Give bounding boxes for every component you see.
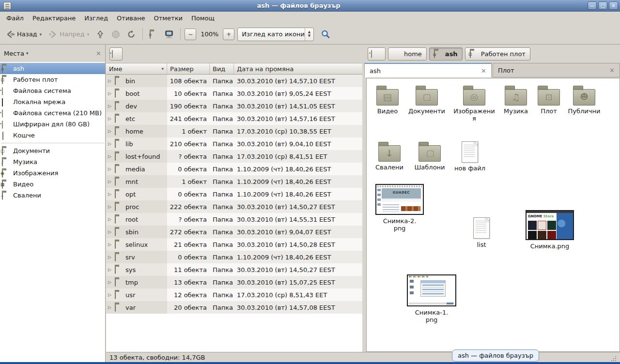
table-row[interactable]: ▷ boot 10 обекта Папка 30.03.2010 (вт) 9…	[106, 87, 362, 100]
folder-item[interactable]: Документи	[406, 84, 448, 115]
sidebar-item[interactable]: Видео	[0, 179, 105, 190]
tab-close-icon[interactable]: ✕	[609, 67, 615, 74]
path-button[interactable]: Работен плот	[465, 47, 530, 61]
menu-item[interactable]: Отиване	[112, 13, 149, 23]
expander-icon[interactable]: ▷	[108, 91, 113, 96]
back-dropdown-icon[interactable]: ▾	[40, 32, 42, 37]
table-row[interactable]: ▷ tmp 13 обекта Папка 30.03.2010 (вт) 15…	[106, 276, 362, 288]
table-row[interactable]: ▷ sbin 272 обекта Папка 30.03.2010 (вт) …	[106, 226, 362, 238]
folder-item[interactable]: Изображения	[453, 84, 495, 122]
search-button[interactable]	[318, 28, 333, 41]
column-header-type[interactable]: Вид	[210, 63, 234, 74]
up-button[interactable]	[93, 28, 108, 41]
expander-icon[interactable]: ▷	[108, 217, 113, 222]
expander-icon[interactable]: ▷	[108, 179, 113, 184]
sidebar-item[interactable]: ash	[0, 63, 105, 74]
expander-icon[interactable]: ▷	[108, 267, 113, 272]
expander-icon[interactable]: ▷	[108, 229, 113, 234]
root-drive-button[interactable]	[109, 47, 123, 61]
expander-icon[interactable]: ▷	[108, 204, 113, 209]
tab[interactable]: ash ✕	[364, 63, 492, 77]
sidebar-close-icon[interactable]: ✕	[96, 50, 101, 57]
table-row[interactable]: ▷ usr 12 обекта Папка 17.03.2010 (ср) 8,…	[106, 288, 362, 301]
menu-item[interactable]: Отметки	[149, 13, 186, 23]
sidebar-item[interactable]: Локална мрежа	[0, 96, 105, 107]
minimize-button[interactable]: —	[588, 1, 597, 10]
expander-icon[interactable]: ▷	[108, 167, 113, 171]
resize-grip[interactable]	[611, 356, 617, 362]
expander-icon[interactable]: ▷	[108, 242, 113, 247]
sidebar-item[interactable]: Музика	[0, 156, 105, 167]
close-button[interactable]: ×	[609, 1, 618, 10]
table-row[interactable]: ▷ sys 11 обекта Папка 30.03.2010 (вт) 14…	[106, 263, 362, 276]
expander-icon[interactable]: ▷	[108, 280, 113, 285]
table-row[interactable]: ▷ selinux 21 обекта Папка 30.03.2010 (вт…	[106, 238, 362, 251]
zoom-out-button[interactable]: −	[185, 29, 196, 40]
sidebar-item[interactable]: Свалени	[0, 190, 105, 201]
menu-item[interactable]: Редактиране	[28, 13, 80, 23]
table-row[interactable]: ▷ var 20 обекта Папка 30.03.2010 (вт) 14…	[106, 301, 362, 314]
stop-button[interactable]	[108, 28, 123, 41]
back-button[interactable]: Назад ▾	[3, 28, 45, 41]
menu-item[interactable]: Файл	[2, 13, 28, 23]
expander-icon[interactable]: ▷	[108, 154, 113, 159]
menu-item[interactable]: Помощ	[187, 13, 219, 23]
folder-item[interactable]: Свалени	[369, 140, 410, 171]
expander-icon[interactable]: ▷	[108, 141, 113, 146]
image-file-snimka[interactable]: GNOME Store Снимка.png	[522, 210, 578, 250]
table-row[interactable]: ▷ mnt 1 обект Папка 1.10.2009 (чт) 18,40…	[106, 175, 362, 188]
folder-item[interactable]: нов файл	[449, 140, 491, 172]
expander-icon[interactable]: ▷	[108, 292, 113, 297]
table-row[interactable]: ▷ lost+found ? обекта Папка 17.03.2010 (…	[106, 150, 362, 163]
expander-icon[interactable]: ▷	[108, 305, 113, 310]
column-header-name[interactable]: Име▾	[106, 63, 167, 74]
tab-close-icon[interactable]: ✕	[481, 67, 486, 75]
expander-icon[interactable]: ▷	[108, 104, 113, 108]
folder-item[interactable]: Шаблони	[409, 140, 450, 171]
table-row[interactable]: ▷ media 0 обекта Папка 1.10.2009 (чт) 18…	[106, 163, 362, 175]
path-button[interactable]: ash	[429, 47, 463, 61]
home-button[interactable]	[147, 29, 161, 40]
sidebar-chevron-icon[interactable]: ▾	[26, 51, 29, 56]
image-file-snimka1[interactable]: Снимка-1.png	[403, 274, 460, 324]
table-row[interactable]: ▷ srv 0 обекта Папка 1.10.2009 (чт) 18,4…	[106, 251, 362, 263]
sidebar-title[interactable]: Места	[4, 50, 24, 57]
forward-dropdown-icon[interactable]: ▾	[87, 32, 90, 37]
sidebar-item[interactable]: Файлова система (210 MB)	[0, 107, 105, 119]
sidebar-item[interactable]: Кошче	[0, 130, 105, 141]
table-row[interactable]: ▷ opt 0 обекта Папка 1.10.2009 (чт) 18,4…	[106, 188, 362, 200]
column-header-size[interactable]: Размер	[167, 63, 210, 74]
table-row[interactable]: ▷ bin 108 обекта Папка 30.03.2010 (вт) 1…	[106, 75, 362, 87]
expander-icon[interactable]: ▷	[108, 116, 113, 121]
file-list[interactable]: list	[461, 216, 502, 249]
sidebar-item[interactable]: Изображения	[0, 167, 105, 179]
image-file-snimka2[interactable]: GUADEC Снимка-2.png	[372, 184, 428, 232]
sidebar-item[interactable]: Шифриран дял (80 GB)	[0, 119, 105, 130]
path-button[interactable]	[368, 47, 386, 61]
expander-icon[interactable]: ▷	[108, 255, 113, 259]
tab[interactable]: Плот ✕	[493, 63, 620, 77]
table-row[interactable]: ▷ lib 210 обекта Папка 30.03.2010 (вт) 9…	[106, 137, 362, 150]
maximize-button[interactable]: ▢	[598, 1, 607, 10]
computer-button[interactable]	[162, 28, 176, 41]
sidebar-item[interactable]: Работен плот	[0, 74, 105, 85]
table-row[interactable]: ▷ etc 241 обекта Папка 30.03.2010 (вт) 1…	[106, 112, 362, 125]
expander-icon[interactable]: ▷	[108, 129, 113, 134]
sidebar-item[interactable]: Файлова система	[0, 85, 105, 96]
table-row[interactable]: ▷ proc 222 обекта Папка 30.03.2010 (вт) …	[106, 200, 362, 213]
zoom-in-button[interactable]: +	[223, 29, 234, 40]
table-row[interactable]: ▷ root ? обекта Папка 30.03.2010 (вт) 14…	[106, 213, 362, 226]
view-mode-select[interactable]: Изглед като икони ▲▼	[237, 28, 314, 41]
menu-item[interactable]: Изглед	[80, 13, 112, 23]
sidebar-item[interactable]: Документи	[0, 145, 105, 156]
icon-view[interactable]: Видео Документи Изображения Музика	[366, 78, 620, 352]
expander-icon[interactable]: ▷	[108, 78, 113, 83]
reload-button[interactable]	[124, 28, 139, 41]
table-row[interactable]: ▷ home 1 обект Папка 17.03.2010 (ср) 10,…	[106, 125, 362, 137]
column-header-date[interactable]: Дата на промяна	[234, 63, 362, 74]
table-row[interactable]: ▷ dev 190 обекта Папка 30.03.2010 (вт) 1…	[106, 100, 362, 112]
path-button[interactable]: home	[388, 47, 427, 61]
folder-item[interactable]: Публични	[563, 84, 605, 115]
expander-icon[interactable]: ▷	[108, 192, 113, 197]
forward-button[interactable]: Напред ▾	[46, 28, 92, 41]
